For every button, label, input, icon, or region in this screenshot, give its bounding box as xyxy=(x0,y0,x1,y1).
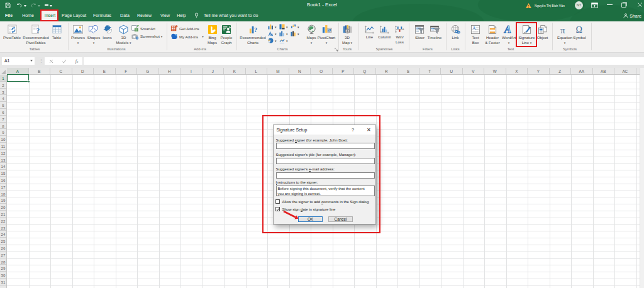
svg-text:A: A xyxy=(472,25,477,31)
svg-text:Ω: Ω xyxy=(575,25,582,35)
svg-text:A: A xyxy=(504,25,511,35)
svg-text:?: ? xyxy=(253,26,257,33)
svg-text:π: π xyxy=(560,25,565,35)
svg-text:?: ? xyxy=(36,26,40,34)
